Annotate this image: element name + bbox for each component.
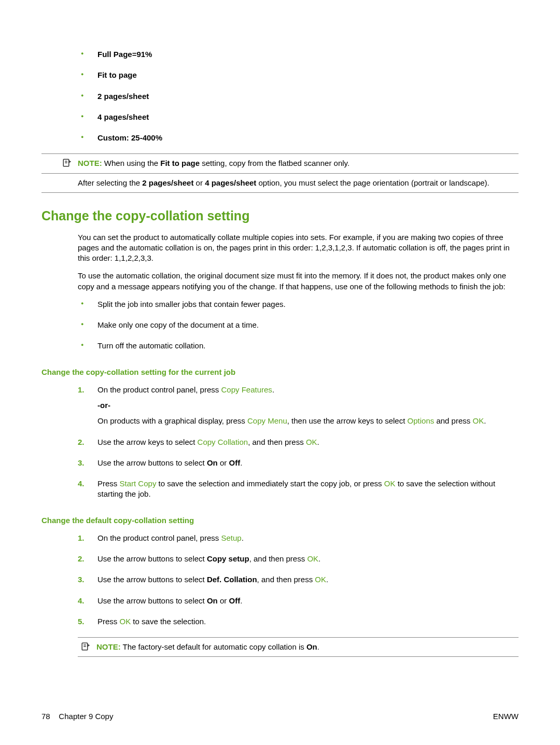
or-text: -or- [97, 400, 519, 411]
page-number: 78 [41, 712, 50, 721]
list-item: 4 pages/sheet [78, 112, 519, 122]
step: Use the arrow keys to select Copy Collat… [78, 437, 519, 447]
document-page: Full Page=91% Fit to page 2 pages/sheet … [0, 0, 560, 745]
note-fit-to-page: NOTE: When using the Fit to page setting… [41, 153, 519, 173]
paragraph: To use the automatic collation, the orig… [78, 271, 519, 292]
paragraph: You can set the product to automatically… [78, 232, 519, 264]
note-text: When using the Fit to page setting, copy… [104, 159, 349, 167]
step: On the product control panel, press Copy… [78, 385, 519, 427]
list-item: 2 pages/sheet [78, 91, 519, 102]
step: Use the arrow buttons to select Copy set… [78, 554, 519, 564]
list-item: Make only one copy of the document at a … [78, 320, 519, 330]
subsection-title-default: Change the default copy-collation settin… [41, 515, 519, 526]
list-item: Turn off the automatic collation. [78, 341, 519, 351]
note-after-select: After selecting the 2 pages/sheet or 4 p… [41, 174, 519, 193]
list-item: Split the job into smaller jobs that con… [78, 299, 519, 310]
note-text: After selecting the 2 pages/sheet or 4 p… [78, 178, 489, 187]
steps-default: On the product control panel, press Setu… [78, 533, 519, 627]
note-factory-default: NOTE: The factory-set default for automa… [78, 637, 519, 657]
note-label: NOTE: [96, 642, 121, 651]
page-footer: 78 Chapter 9 Copy ENWW [41, 711, 519, 722]
methods-list: Split the job into smaller jobs that con… [78, 299, 519, 352]
note-icon [81, 642, 90, 654]
step: Press OK to save the selection. [78, 616, 519, 627]
reduce-enlarge-options: Full Page=91% Fit to page 2 pages/sheet … [78, 49, 519, 143]
note-icon [62, 158, 72, 170]
step: Use the arrow buttons to select Def. Col… [78, 574, 519, 585]
list-item: Full Page=91% [78, 49, 519, 60]
list-item: Custom: 25-400% [78, 133, 519, 143]
step: Press Start Copy to save the selection a… [78, 479, 519, 500]
note-label: NOTE: [78, 159, 102, 167]
section-title: Change the copy-collation setting [41, 207, 519, 225]
step: Use the arrow buttons to select On or Of… [78, 458, 519, 468]
chapter-label: Chapter 9 Copy [59, 712, 113, 721]
step: Use the arrow buttons to select On or Of… [78, 596, 519, 606]
list-item: Fit to page [78, 70, 519, 80]
note-text: The factory-set default for automatic co… [123, 642, 319, 651]
steps-current-job: On the product control panel, press Copy… [78, 385, 519, 500]
footer-right: ENWW [493, 711, 519, 722]
step: On the product control panel, press Setu… [78, 533, 519, 543]
subsection-title-current-job: Change the copy-collation setting for th… [41, 367, 519, 377]
